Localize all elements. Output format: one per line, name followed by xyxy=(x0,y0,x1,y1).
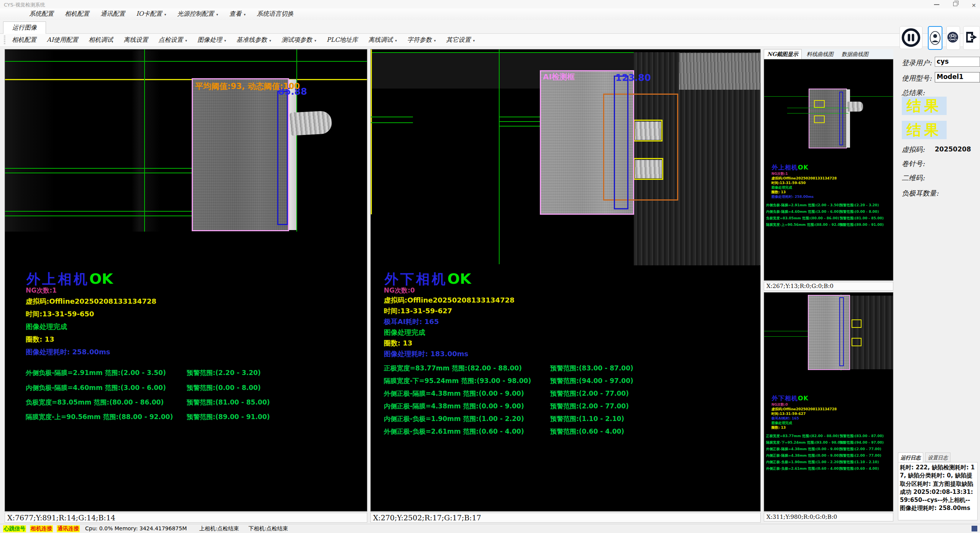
lower-camera-coords: X:270;Y:2502;R:17;G:17;B:17 xyxy=(370,513,761,523)
tab-material-curve[interactable]: 料线曲线图 xyxy=(804,49,837,59)
measure-text: 外侧正极-隔膜=4.38mm 范围:(0.00 - 9.00) xyxy=(384,390,524,397)
menu-view[interactable]: 查看 xyxy=(225,8,250,18)
mini-warn-text: 预警范围:(83.00 - 87.00) xyxy=(840,434,884,439)
tool-image-processing[interactable]: 图像处理 xyxy=(193,34,230,45)
mini-measure-text: 负极宽度=83.05mm 范围:(80.00 - 86.00) xyxy=(766,216,839,220)
users-manage-button[interactable] xyxy=(946,26,960,50)
warn-text: 预警范围:(1.10 - 2.10) xyxy=(550,415,624,423)
tab-run-log[interactable]: 运行日志 xyxy=(898,452,923,462)
mini-warn-text: 预警范围:(0.60 - 4.00) xyxy=(840,466,879,471)
maximize-icon xyxy=(953,2,957,6)
menu-io-card-config[interactable]: IO卡配置 xyxy=(132,8,171,18)
tab-run-image[interactable]: 运行图像 xyxy=(3,21,46,34)
login-user-field[interactable]: cys xyxy=(935,57,980,67)
tab-ng-screenshot[interactable]: NG截图显示 xyxy=(764,49,802,59)
tool-ai-usage-config[interactable]: AI使用配置 xyxy=(43,34,82,45)
menu-comm-config[interactable]: 通讯配置 xyxy=(96,8,130,18)
measurement-row: 内侧正极-负极=1.90mm 范围:(1.00 - 2.20)预警范围:(1.1… xyxy=(384,415,524,423)
model-select[interactable]: Model1 xyxy=(935,72,980,82)
measurement-row: 外侧负极-隔膜=2.91mm 范围:(2.00 - 3.50)预警范围:(2.2… xyxy=(26,368,166,377)
tab-data-curve[interactable]: 数据曲线图 xyxy=(839,49,871,59)
log-content[interactable]: 耗时: 222, 缺陷检测耗时: 17, 缺陷分类耗时: 0, 缺陷提取分区耗时… xyxy=(898,462,978,520)
users-group-icon xyxy=(947,26,959,48)
minimize-icon xyxy=(934,2,939,5)
mini-measurement-row: 内侧正极-负极=1.90mm 范围:(1.00 - 2.20)预警范围:(1.1… xyxy=(766,460,840,465)
virtual-code-value: 20250208 xyxy=(935,145,971,153)
measure-text: 隔膜宽度-上=90.56mm 范围:(88.00 - 92.00) xyxy=(26,413,173,421)
width-measure-box-blue xyxy=(614,76,628,209)
ng-snapshot-upper-coords: X:267;Y:13;R:0;G:0;B:0 xyxy=(764,282,893,291)
tool-offline-debug[interactable]: 离线调试 xyxy=(364,34,401,45)
loop-count-line: 圈数: 13 xyxy=(26,335,54,344)
mini-tab-box-1 xyxy=(814,100,825,108)
menu-camera-config[interactable]: 相机配置 xyxy=(60,8,94,18)
ng-count: NG次数:0 xyxy=(384,286,415,295)
maximize-button[interactable] xyxy=(950,1,962,8)
tool-camera-config[interactable]: 相机配置 xyxy=(8,34,41,45)
mini-measure-box xyxy=(839,297,844,366)
measure-text: 内侧正极-隔膜=4.38mm 范围:(0.00 - 9.00) xyxy=(384,402,524,410)
menu-system-config[interactable]: 系统配置 xyxy=(25,8,58,18)
mini-measurement-row: 外侧正极-负极=2.61mm 范围:(0.60 - 4.00)预警范围:(0.6… xyxy=(766,466,840,471)
warn-text: 预警范围:(89.00 - 91.00) xyxy=(187,413,270,421)
mini-camera-result: OK xyxy=(798,395,809,402)
minimize-button[interactable] xyxy=(931,1,942,8)
upper-camera-view[interactable]: 85.88 平均阈值:93, 动态阈值:100 外上相机OK NG次数:1 虚拟… xyxy=(5,49,367,512)
tool-offline-setting[interactable]: 离线设置 xyxy=(119,34,152,45)
mini-warn-text: 预警范围:(94.00 - 97.00) xyxy=(840,440,884,445)
tool-camera-debug[interactable]: 相机调试 xyxy=(84,34,117,45)
baseline-green-vertical-1 xyxy=(144,49,145,232)
threshold-label: 平均阈值:93, 动态阈值:100 xyxy=(195,81,300,92)
warn-text: 预警范围:(0.00 - 8.00) xyxy=(187,383,261,392)
measure-text: 负极宽度=83.05mm 范围:(80.00 - 86.00) xyxy=(26,398,164,406)
total-result-label: 总结果: xyxy=(902,88,925,97)
tool-baseline-params[interactable]: 基准线参数 xyxy=(232,34,276,45)
exit-button[interactable] xyxy=(963,26,980,50)
mini-measure-text: 隔膜宽度-上=90.56mm 范围:(88.00 - 92.00) xyxy=(766,223,844,227)
ng-snapshot-lower-coords: X:311;Y:980;R:0;G:0;B:0 xyxy=(764,513,893,521)
pause-button[interactable] xyxy=(899,26,922,49)
close-button[interactable] xyxy=(968,1,980,8)
status-bar: 心跳信号 相机连接 通讯连接 Cpu: 0.0% Memory: 3424.41… xyxy=(0,524,980,533)
measure-seg-left-b xyxy=(371,122,413,123)
process-time-line: 图像处理耗时: 183.00ms xyxy=(384,349,468,359)
pause-icon xyxy=(900,27,922,48)
warn-text: 预警范围:(2.00 - 77.00) xyxy=(550,402,629,411)
user-login-button[interactable] xyxy=(928,26,942,50)
tool-plc-address-lib[interactable]: PLC地址库 xyxy=(322,34,362,45)
heartbeat-status: 心跳信号 xyxy=(3,525,26,532)
negative-tab-count-label: 负极耳数量: xyxy=(902,189,939,198)
menu-language-switch[interactable]: 系统语言切换 xyxy=(252,8,298,18)
tab-metal-part xyxy=(290,110,332,136)
tool-test-item-params[interactable]: 测试项参数 xyxy=(277,34,321,45)
ng-snapshot-lower-view[interactable]: 外下相机OK NG次数:0 虚拟码:Offline202502081331347… xyxy=(764,292,893,512)
ai-box-label: AI检测框 xyxy=(543,72,575,82)
ng-view-tabs: NG截图显示 料线曲线图 数据曲线图 xyxy=(764,49,893,59)
toolbar-grip[interactable] xyxy=(4,36,5,45)
tool-other-settings[interactable]: 其它设置 xyxy=(442,34,479,45)
mini-measure-text: 外侧负极-隔膜=2.91mm 范围:(2.00 - 3.50) xyxy=(766,203,840,207)
camera-image-background xyxy=(5,49,367,232)
ng-snapshot-upper-view[interactable]: 外上相机OK NG次数:1 虚拟码:Offline202502081331347… xyxy=(764,59,893,281)
virtual-code-line: 虚拟码:Offline20250208133134728 xyxy=(26,297,156,306)
menu-light-control-config[interactable]: 光源控制配置 xyxy=(173,8,223,18)
tool-spot-check-setting[interactable]: 点检设置 xyxy=(154,34,191,45)
mini-camera-result: OK xyxy=(798,164,809,171)
warn-text: 预警范围:(0.60 - 4.00) xyxy=(550,427,624,436)
mini-warn-text: 预警范围:(81.00 - 85.00) xyxy=(840,216,884,221)
width-value-label: 123.80 xyxy=(615,72,651,83)
mini-measurement-row: 内侧负极-隔膜=4.60mm 范围:(3.00 - 6.00)预警范围:(0.0… xyxy=(766,209,840,214)
virtual-code-line: 虚拟码:Offline20250208133134728 xyxy=(384,296,515,305)
mini-measurement-row: 外侧正极-隔膜=4.38mm 范围:(0.00 - 9.00)预警范围:(2.0… xyxy=(766,447,840,452)
window-title: CYS-视觉检测系统 xyxy=(4,2,45,8)
page-tab-row: 运行图像 xyxy=(0,20,980,34)
camera-link-status: 相机连接 xyxy=(30,525,53,532)
result-box-text: 结果 xyxy=(907,97,942,114)
mini-camera-name: 外上相机 xyxy=(772,164,798,171)
tab-setting-log[interactable]: 设置日志 xyxy=(925,452,950,462)
tool-char-params[interactable]: 字符参数 xyxy=(403,34,440,45)
mini-warn-text: 预警范围:(0.00 - 8.00) xyxy=(840,209,879,214)
baseline-green-top xyxy=(5,61,367,62)
mini-roller-region xyxy=(850,296,893,369)
lower-camera-view[interactable]: AI检测框 123.80 外下相机OK NG次数:0 虚拟码:Offline20… xyxy=(370,49,761,512)
